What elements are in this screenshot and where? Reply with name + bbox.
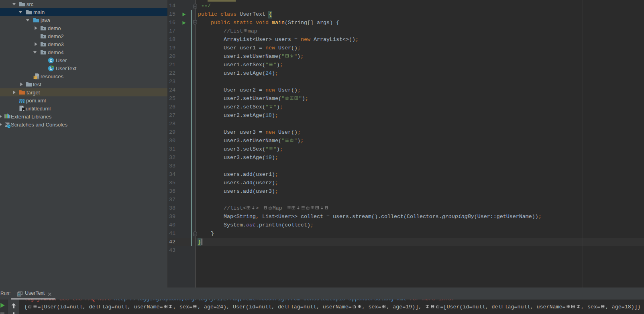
svg-text:C: C [50,58,53,63]
svg-text:m: m [19,97,25,104]
